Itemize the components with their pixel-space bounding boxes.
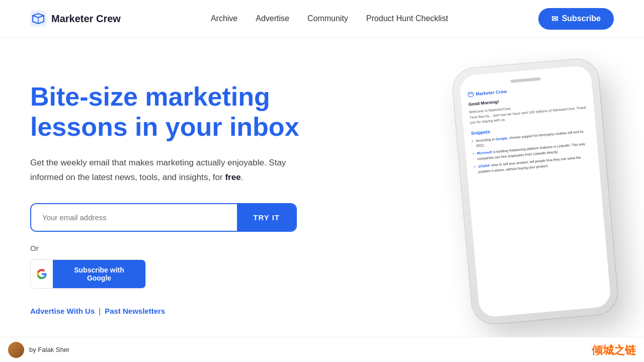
advertise-link[interactable]: Advertise With Us (30, 307, 95, 315)
logo-text: Marketer Crew (51, 13, 121, 25)
bottom-bar: by Falak Sher (0, 337, 644, 349)
or-text: Or (30, 244, 312, 252)
nav-archive[interactable]: Archive (211, 14, 237, 23)
nav-community[interactable]: Community (307, 14, 348, 23)
link-separator: | (99, 307, 101, 315)
phone-logo-icon (467, 91, 474, 98)
phone-mockup: Marketer Crew Good Morning! Welcome to M… (463, 68, 614, 329)
hero-desc-before: Get the weekly email that makes marketin… (30, 158, 286, 182)
footer-links: Advertise With Us | Past Newsletters (30, 307, 312, 315)
past-newsletters-link[interactable]: Past Newsletters (105, 307, 165, 315)
email-input[interactable] (31, 204, 237, 231)
phone-outer: Marketer Crew Good Morning! Welcome to M… (451, 57, 619, 325)
watermark: 倾城之链 (584, 339, 644, 349)
hero-description: Get the weekly email that makes marketin… (30, 156, 312, 185)
nav-product-hunt[interactable]: Product Hunt Checklist (366, 14, 448, 23)
hero-desc-after: . (241, 172, 244, 182)
hero-content: Bite-size marketing lessons in your inbo… (30, 82, 312, 315)
google-subscribe-button[interactable]: Subscribe with Google (30, 259, 146, 289)
phone-logo-text: Marketer Crew (475, 89, 507, 97)
google-icon-wrap (31, 264, 53, 284)
logo-icon (30, 11, 46, 27)
nav-links: Archive Advertise Community Product Hunt… (211, 14, 448, 23)
navbar: Marketer Crew Archive Advertise Communit… (0, 0, 644, 38)
phone-wrap: Marketer Crew Good Morning! Welcome to M… (451, 57, 624, 330)
email-form: TRY IT (30, 203, 297, 232)
google-icon (37, 269, 47, 279)
phone-notch (510, 77, 540, 83)
author-wrap: by Falak Sher (8, 342, 69, 350)
hero-desc-bold: free (225, 172, 240, 182)
phone-screen: Marketer Crew Good Morning! Welcome to M… (459, 65, 611, 318)
email-icon: ✉ (551, 14, 558, 24)
hero-section: Bite-size marketing lessons in your inbo… (0, 38, 644, 349)
author-label: by Falak Sher (29, 346, 69, 349)
nav-advertise[interactable]: Advertise (256, 14, 289, 23)
hero-title: Bite-size marketing lessons in your inbo… (30, 82, 312, 142)
subscribe-button[interactable]: ✉ Subscribe (538, 8, 614, 30)
author-avatar-img (8, 342, 24, 350)
try-it-button[interactable]: TRY IT (237, 204, 296, 231)
google-subscribe-label: Subscribe with Google (53, 260, 145, 288)
logo-link[interactable]: Marketer Crew (30, 11, 121, 27)
author-avatar (8, 342, 24, 350)
subscribe-label: Subscribe (562, 14, 601, 23)
